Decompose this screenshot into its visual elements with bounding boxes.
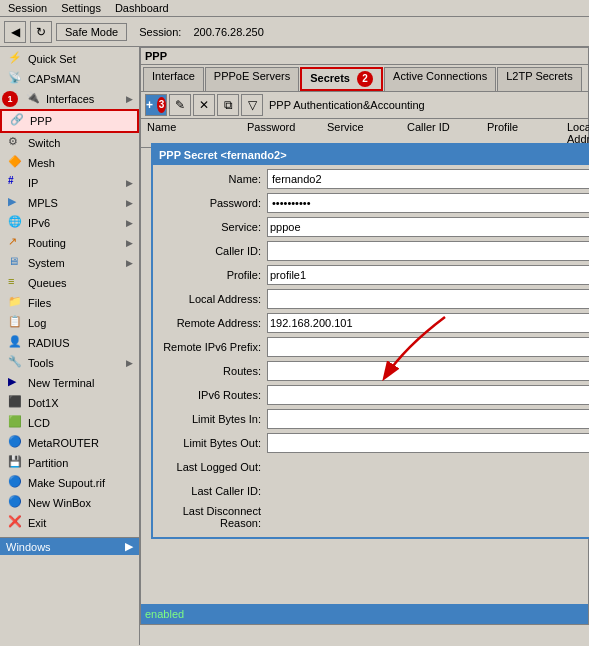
sidebar-label-ip: IP: [28, 177, 38, 189]
field-remote-ipv6-prefix-select[interactable]: ▼: [267, 337, 589, 357]
sidebar-label-partition: Partition: [28, 457, 68, 469]
field-routes-select[interactable]: ▼: [267, 361, 589, 381]
content-area: PPP Interface PPPoE Servers Secrets 2 Ac…: [140, 47, 589, 645]
radius-icon: 👤: [8, 335, 24, 351]
menu-session[interactable]: Session: [2, 1, 53, 15]
sidebar-label-make-supout: Make Supout.rif: [28, 477, 105, 489]
field-local-address-label: Local Address:: [157, 293, 267, 305]
capsman-icon: 📡: [8, 71, 24, 87]
back-btn[interactable]: ◀: [4, 21, 26, 43]
quick-set-icon: ⚡: [8, 51, 24, 67]
sidebar-item-interfaces[interactable]: 1 🔌 Interfaces ▶: [0, 89, 139, 109]
profile-value: profile1: [270, 269, 306, 281]
field-service-select[interactable]: pppoe ▼: [267, 217, 589, 237]
delete-btn[interactable]: ✕: [193, 94, 215, 116]
sidebar-item-ip[interactable]: # IP ▶: [0, 173, 139, 193]
system-arrow: ▶: [126, 258, 133, 268]
field-service-row: Service: pppoe ▼: [157, 217, 589, 237]
secrets-tab-label: Secrets: [310, 72, 350, 84]
edit-btn[interactable]: ✎: [169, 94, 191, 116]
sidebar-label-lcd: LCD: [28, 417, 50, 429]
field-profile-row: Profile: profile1 ▼: [157, 265, 589, 285]
sidebar-item-mpls[interactable]: ▶ MPLS ▶: [0, 193, 139, 213]
dialog-body: Name: Password: Service: pppoe: [153, 165, 589, 537]
sidebar-item-system[interactable]: 🖥 System ▶: [0, 253, 139, 273]
sidebar-label-tools: Tools: [28, 357, 54, 369]
sidebar-item-make-supout[interactable]: 🔵 Make Supout.rif: [0, 473, 139, 493]
field-caller-id-row: Caller ID: ▼: [157, 241, 589, 261]
sidebar-item-log[interactable]: 📋 Log: [0, 313, 139, 333]
sidebar-label-exit: Exit: [28, 517, 46, 529]
field-name-input[interactable]: [267, 169, 589, 189]
field-remote-address-select[interactable]: 192.168.200.101 ▼: [267, 313, 589, 333]
sidebar-item-dot1x[interactable]: ⬛ Dot1X: [0, 393, 139, 413]
field-limit-bytes-out-select[interactable]: ▼: [267, 433, 589, 453]
sidebar-item-ipv6[interactable]: 🌐 IPv6 ▶: [0, 213, 139, 233]
field-last-disconnect-input: [267, 507, 589, 527]
add-badge: 3: [157, 97, 166, 113]
field-limit-bytes-in-label: Limit Bytes In:: [157, 413, 267, 425]
sidebar-item-metarouter[interactable]: 🔵 MetaROUTER: [0, 433, 139, 453]
field-profile-select[interactable]: profile1 ▼: [267, 265, 589, 285]
sidebar-item-new-winbox[interactable]: 🔵 New WinBox: [0, 493, 139, 513]
sidebar-item-switch[interactable]: ⚙ Switch: [0, 133, 139, 153]
sidebar-item-partition[interactable]: 💾 Partition: [0, 453, 139, 473]
sidebar-label-metarouter: MetaROUTER: [28, 437, 99, 449]
field-last-caller-id-label: Last Caller ID:: [157, 485, 267, 497]
sidebar-item-routing[interactable]: ↗ Routing ▶: [0, 233, 139, 253]
sidebar-label-interfaces: Interfaces: [46, 93, 94, 105]
filter-btn[interactable]: ▽: [241, 94, 263, 116]
sidebar-label-ppp: PPP: [30, 115, 52, 127]
sidebar-item-quick-set[interactable]: ⚡ Quick Set: [0, 49, 139, 69]
tab-interface[interactable]: Interface: [143, 67, 204, 91]
interfaces-arrow: ▶: [126, 94, 133, 104]
sidebar-item-capsman[interactable]: 📡 CAPsMAN: [0, 69, 139, 89]
field-limit-bytes-in-select[interactable]: ▼: [267, 409, 589, 429]
ppp-icon: 🔗: [10, 113, 26, 129]
remote-address-value: 192.168.200.101: [270, 317, 353, 329]
field-limit-bytes-in-row: Limit Bytes In: ▼: [157, 409, 589, 429]
sidebar-label-new-winbox: New WinBox: [28, 497, 91, 509]
field-last-caller-id-row: Last Caller ID:: [157, 481, 589, 501]
metarouter-icon: 🔵: [8, 435, 24, 451]
tab-pppoe-servers[interactable]: PPPoE Servers: [205, 67, 299, 91]
tab-secrets[interactable]: Secrets 2: [300, 67, 383, 91]
main-layout: ⚡ Quick Set 📡 CAPsMAN 1 🔌 Interfaces ▶ 🔗…: [0, 47, 589, 645]
make-supout-icon: 🔵: [8, 475, 24, 491]
tab-active-connections[interactable]: Active Connections: [384, 67, 496, 91]
field-password-input[interactable]: [267, 193, 589, 213]
field-profile-label: Profile:: [157, 269, 267, 281]
sidebar-item-lcd[interactable]: 🟩 LCD: [0, 413, 139, 433]
service-value: pppoe: [270, 221, 301, 233]
files-icon: 📁: [8, 295, 24, 311]
mpls-arrow: ▶: [126, 198, 133, 208]
safe-mode-btn[interactable]: Safe Mode: [56, 23, 127, 41]
field-caller-id-select[interactable]: ▼: [267, 241, 589, 261]
sidebar-item-radius[interactable]: 👤 RADIUS: [0, 333, 139, 353]
field-local-address-select[interactable]: ▼: [267, 289, 589, 309]
sidebar-item-exit[interactable]: ❌ Exit: [0, 513, 139, 533]
tab-l2tp-secrets[interactable]: L2TP Secrets: [497, 67, 581, 91]
add-btn[interactable]: + 3: [145, 94, 167, 116]
menu-dashboard[interactable]: Dashboard: [109, 1, 175, 15]
sidebar-item-tools[interactable]: 🔧 Tools ▶: [0, 353, 139, 373]
field-limit-bytes-out-label: Limit Bytes Out:: [157, 437, 267, 449]
copy-btn-small[interactable]: ⧉: [217, 94, 239, 116]
menu-settings[interactable]: Settings: [55, 1, 107, 15]
tools-arrow: ▶: [126, 358, 133, 368]
sidebar: ⚡ Quick Set 📡 CAPsMAN 1 🔌 Interfaces ▶ 🔗…: [0, 47, 140, 645]
exit-icon: ❌: [8, 515, 24, 531]
status-text: enabled: [145, 608, 184, 620]
sidebar-item-queues[interactable]: ≡ Queues: [0, 273, 139, 293]
interfaces-badge: 1: [2, 91, 18, 107]
sidebar-label-mesh: Mesh: [28, 157, 55, 169]
sidebar-item-mesh[interactable]: 🔶 Mesh: [0, 153, 139, 173]
sidebar-item-files[interactable]: 📁 Files: [0, 293, 139, 313]
field-limit-bytes-out-row: Limit Bytes Out: ▼: [157, 433, 589, 453]
sidebar-item-new-terminal[interactable]: ▶ New Terminal: [0, 373, 139, 393]
sidebar-label-switch: Switch: [28, 137, 60, 149]
field-ipv6-routes-select[interactable]: [267, 385, 589, 405]
refresh-btn[interactable]: ↻: [30, 21, 52, 43]
sidebar-item-ppp[interactable]: 🔗 PPP: [0, 109, 139, 133]
windows-bar[interactable]: Windows ▶: [0, 537, 139, 555]
